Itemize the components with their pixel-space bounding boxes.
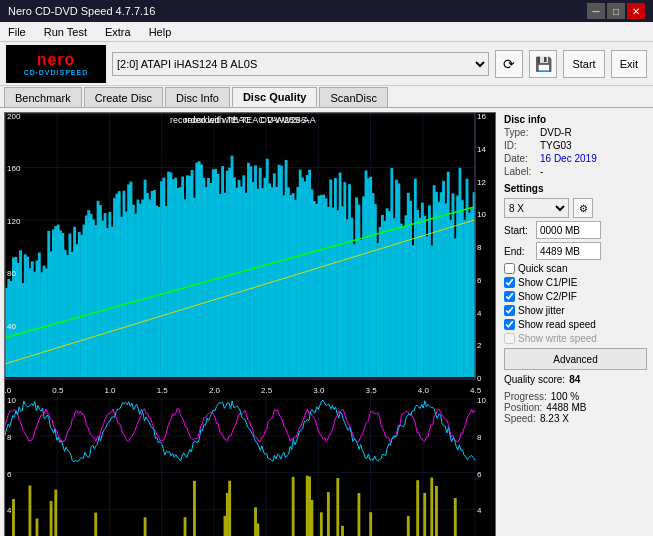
- quick-scan-row: Quick scan: [504, 263, 647, 274]
- drive-select[interactable]: [2:0] ATAPI iHAS124 B AL0S: [112, 52, 489, 76]
- type-label: Type:: [504, 127, 536, 138]
- date-label: Date:: [504, 153, 536, 164]
- tab-benchmark[interactable]: Benchmark: [4, 87, 82, 107]
- exit-button[interactable]: Exit: [611, 50, 647, 78]
- quality-score-row: Quality score: 84: [504, 374, 647, 385]
- speed-row: Speed: 8.23 X: [504, 413, 647, 424]
- start-mb-row: Start:: [504, 221, 647, 239]
- quality-score-label: Quality score:: [504, 374, 565, 385]
- app-logo: nero CD·DVD/SPEED: [6, 45, 106, 83]
- bottom-chart: [5, 397, 495, 536]
- show-c2pif-checkbox[interactable]: [504, 291, 515, 302]
- disc-label-row: Label: -: [504, 166, 647, 177]
- end-mb-label: End:: [504, 246, 534, 257]
- progress-value: 100 %: [551, 391, 579, 402]
- title-bar: Nero CD-DVD Speed 4.7.7.16 ─ □ ✕: [0, 0, 653, 22]
- position-row: Position: 4488 MB: [504, 402, 647, 413]
- info-panel: Disc info Type: DVD-R ID: TYG03 Date: 16…: [498, 108, 653, 536]
- end-mb-row: End:: [504, 242, 647, 260]
- menu-help[interactable]: Help: [145, 25, 176, 39]
- show-write-speed-checkbox[interactable]: [504, 333, 515, 344]
- quick-scan-label: Quick scan: [518, 263, 567, 274]
- show-c2pif-label: Show C2/PIF: [518, 291, 577, 302]
- maximize-button[interactable]: □: [607, 3, 625, 19]
- disc-type-row: Type: DVD-R: [504, 127, 647, 138]
- tab-bar: Benchmark Create Disc Disc Info Disc Qua…: [0, 86, 653, 108]
- id-label: ID:: [504, 140, 536, 151]
- show-c2pif-row: Show C2/PIF: [504, 291, 647, 302]
- start-button[interactable]: Start: [563, 50, 604, 78]
- progress-label: Progress:: [504, 391, 547, 402]
- date-value: 16 Dec 2019: [540, 153, 597, 164]
- position-label: Position:: [504, 402, 542, 413]
- settings-icon-button[interactable]: ⚙: [573, 198, 593, 218]
- label-label: Label:: [504, 166, 536, 177]
- id-value: TYG03: [540, 140, 572, 151]
- progress-section: Progress: 100 % Position: 4488 MB Speed:…: [504, 391, 647, 424]
- window-controls: ─ □ ✕: [587, 3, 645, 19]
- top-chart: [5, 113, 495, 397]
- disc-id-row: ID: TYG03: [504, 140, 647, 151]
- show-jitter-row: Show jitter: [504, 305, 647, 316]
- label-value: -: [540, 166, 543, 177]
- minimize-button[interactable]: ─: [587, 3, 605, 19]
- show-read-speed-checkbox[interactable]: [504, 319, 515, 330]
- save-icon[interactable]: 💾: [529, 50, 557, 78]
- tab-scandisc[interactable]: ScanDisc: [319, 87, 387, 107]
- quick-scan-checkbox[interactable]: [504, 263, 515, 274]
- start-mb-label: Start:: [504, 225, 534, 236]
- toolbar: nero CD·DVD/SPEED [2:0] ATAPI iHAS124 B …: [0, 42, 653, 86]
- menu-file[interactable]: File: [4, 25, 30, 39]
- close-button[interactable]: ✕: [627, 3, 645, 19]
- disc-date-row: Date: 16 Dec 2019: [504, 153, 647, 164]
- menu-bar: File Run Test Extra Help: [0, 22, 653, 42]
- show-write-speed-label: Show write speed: [518, 333, 597, 344]
- quality-score-value: 84: [569, 374, 580, 385]
- charts-and-info: recorded with TEAC DV-W28S-A Disc info T…: [0, 108, 653, 536]
- main-content: recorded with TEAC DV-W28S-A Disc info T…: [0, 108, 653, 536]
- advanced-button[interactable]: Advanced: [504, 348, 647, 370]
- speed-value: 8.23 X: [540, 413, 569, 424]
- tab-disc-info[interactable]: Disc Info: [165, 87, 230, 107]
- show-c1pie-row: Show C1/PIE: [504, 277, 647, 288]
- app-title: Nero CD-DVD Speed 4.7.7.16: [8, 5, 155, 17]
- show-jitter-label: Show jitter: [518, 305, 565, 316]
- settings-title: Settings: [504, 183, 647, 194]
- position-value: 4488 MB: [546, 402, 586, 413]
- start-mb-input[interactable]: [536, 221, 601, 239]
- show-read-speed-label: Show read speed: [518, 319, 596, 330]
- show-write-speed-row: Show write speed: [504, 333, 647, 344]
- tab-disc-quality[interactable]: Disc Quality: [232, 87, 318, 107]
- speed-settings-row: 8 X Max 1 X 2 X 4 X 12 X 16 X ⚙: [504, 198, 647, 218]
- menu-extra[interactable]: Extra: [101, 25, 135, 39]
- disc-info-title: Disc info: [504, 114, 647, 125]
- progress-row: Progress: 100 %: [504, 391, 647, 402]
- show-c1pie-checkbox[interactable]: [504, 277, 515, 288]
- speed-select[interactable]: 8 X Max 1 X 2 X 4 X 12 X 16 X: [504, 198, 569, 218]
- charts-area: recorded with TEAC DV-W28S-A: [4, 112, 496, 536]
- show-c1pie-label: Show C1/PIE: [518, 277, 577, 288]
- tab-create-disc[interactable]: Create Disc: [84, 87, 163, 107]
- speed-label: Speed:: [504, 413, 536, 424]
- menu-run-test[interactable]: Run Test: [40, 25, 91, 39]
- refresh-icon[interactable]: ⟳: [495, 50, 523, 78]
- chart-recorded-label: recorded with TEAC DV-W28S-A: [184, 115, 315, 125]
- show-jitter-checkbox[interactable]: [504, 305, 515, 316]
- cd-dvd-speed-text: CD·DVD/SPEED: [24, 69, 89, 76]
- show-read-speed-row: Show read speed: [504, 319, 647, 330]
- type-value: DVD-R: [540, 127, 572, 138]
- end-mb-input[interactable]: [536, 242, 601, 260]
- nero-text: nero: [37, 51, 76, 69]
